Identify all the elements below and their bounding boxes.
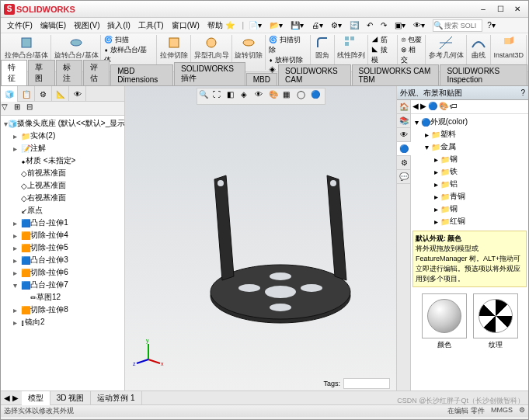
rp-help-icon[interactable]: ? (520, 89, 525, 97)
vp-section-icon[interactable]: ◧ (227, 90, 239, 102)
tree-item[interactable]: ⬥ 材质 <未指定> (2, 154, 123, 167)
swatch-color[interactable]: 颜色 (422, 293, 467, 350)
minimize-button[interactable]: – (475, 4, 491, 15)
tb-display-icon[interactable]: 👁▾ (410, 19, 428, 31)
vp-fit-icon[interactable]: ⛶ (213, 90, 225, 102)
menu-window[interactable]: 窗口(W) (169, 19, 203, 33)
tab-inspection[interactable]: SOLIDWORKS Inspection (440, 64, 527, 85)
fm-collapse-icon[interactable]: ⊟ (26, 102, 37, 113)
fm-tab-property-icon[interactable]: 📋 (18, 86, 35, 102)
rp-tree-item[interactable]: ▸ 📁 青铜 (414, 190, 525, 203)
vp-edge-icon[interactable]: ▦ (283, 90, 295, 102)
vp-display-icon[interactable]: 👁 (255, 90, 267, 102)
ribbon-sweep[interactable]: 🌀 扫描 (104, 35, 129, 45)
tb-print-icon[interactable]: 🖨▾ (308, 19, 326, 31)
search-input[interactable] (443, 22, 482, 30)
rp-decal-icon[interactable]: 🏷 (450, 102, 458, 112)
ribbon-cut-sweep[interactable]: 🌀 扫描切除 (269, 35, 307, 55)
tab-mbd[interactable]: MBD (246, 73, 277, 85)
rp-tree-item[interactable]: ▸ 📁 铁 (414, 165, 525, 178)
fm-tab-display-icon[interactable]: 👁 (69, 86, 86, 102)
menu-help[interactable]: 帮助 ⭐ (204, 19, 238, 33)
ribbon-draft[interactable]: ◣ 拔模 (371, 45, 394, 65)
rp-back-icon[interactable]: ◀ (412, 102, 419, 112)
fm-tab-tree-icon[interactable]: 🧊 (1, 86, 18, 102)
rp-scene-icon[interactable]: 🎨 (439, 102, 448, 112)
rp-tab-lib-icon[interactable]: 📚 (397, 114, 411, 128)
rp-tree-item[interactable]: ▸ 📁 钢 (414, 153, 525, 165)
tab-sketch[interactable]: 草图 (28, 60, 54, 85)
orientation-triad[interactable]: x y z (133, 336, 164, 367)
fm-tab-dim-icon[interactable]: 📐 (52, 86, 69, 102)
tree-item[interactable]: ▸🟦 凸台-拉伸1 (2, 217, 123, 229)
tree-item[interactable]: ◇ 右视基准面 (2, 192, 123, 204)
status-gear-icon[interactable]: ⚙ (519, 406, 525, 416)
tab-mbd-dim[interactable]: MBD Dimensions (110, 64, 173, 85)
btab-model[interactable]: 模型 (22, 391, 50, 405)
close-button[interactable]: ✕ (510, 4, 525, 15)
tree-item[interactable]: ▸🟧 切除-拉伸6 (2, 266, 123, 279)
vp-hide-icon[interactable]: ◯ (297, 90, 309, 102)
rp-tab-custom-icon[interactable]: ⚙ (397, 156, 411, 170)
rp-fwd-icon[interactable]: ▶ (420, 102, 426, 112)
tree-item[interactable]: ✏ 草图12 (2, 291, 123, 304)
tab-swcam-tbm[interactable]: SOLIDWORKS CAM TBM (352, 64, 440, 85)
tab-evaluate[interactable]: 评估 (83, 60, 110, 85)
btab-nav-icon[interactable]: ◀ ▶ (1, 394, 22, 402)
menu-file[interactable]: 文件(F) (4, 19, 36, 33)
vp-view-icon[interactable]: ◈ (241, 90, 253, 102)
tree-item[interactable]: ▸🟧 切除-拉伸8 (2, 304, 123, 316)
rp-tab-appearance-icon[interactable]: 🔵 (397, 142, 411, 156)
fm-tab-config-icon[interactable]: ⚙ (35, 86, 52, 102)
tree-root[interactable]: ▾🧊 摄像头底座 (默认<<默认>_显示状态 (2, 117, 123, 130)
3d-viewport[interactable]: 🔍 ⛶ ◧ ◈ 👁 🎨 ▦ ◯ 🔵 x y z (125, 86, 396, 390)
rp-tab-forum-icon[interactable]: 💬 (397, 170, 411, 184)
ribbon-loft[interactable]: ⬧ 放样凸台/基体 (104, 45, 154, 65)
ribbon-wrap[interactable]: ⊙ 包覆 (401, 35, 423, 45)
tab-annotate[interactable]: 标注 (56, 60, 82, 85)
vp-zoom-icon[interactable]: 🔍 (199, 90, 211, 102)
tab-features[interactable]: 特征 (1, 60, 27, 85)
btab-3dview[interactable]: 3D 视图 (50, 391, 92, 405)
tree-item[interactable]: ▸🟦 凸台-拉伸3 (2, 254, 123, 266)
tree-item[interactable]: ▸📁 实体(2) (2, 130, 123, 142)
tree-item[interactable]: ▾🟦 凸台-拉伸7 (2, 279, 123, 291)
tb-open-icon[interactable]: 📂▾ (266, 19, 286, 31)
tree-item[interactable]: ▸🟧 切除-拉伸5 (2, 241, 123, 254)
status-units[interactable]: MMGS (491, 406, 513, 416)
tb-rebuild-icon[interactable]: 🔄 (346, 19, 362, 31)
rp-tab-home-icon[interactable]: 🏠 (397, 100, 411, 114)
tb-redo-icon[interactable]: ↷ (378, 19, 390, 31)
fm-filter-icon[interactable]: ▽ (2, 102, 12, 113)
tb-new-icon[interactable]: 📄▾ (245, 19, 265, 31)
rp-tree-root[interactable]: ▾ 🔵 外观(color) (414, 116, 525, 128)
tags-input[interactable] (343, 378, 390, 389)
menu-insert[interactable]: 插入(I) (104, 19, 133, 33)
menu-view[interactable]: 视图(V) (71, 19, 103, 33)
btab-motion[interactable]: 运动算例 1 (91, 391, 141, 405)
search-box[interactable]: 🔍 (433, 19, 482, 32)
tab-addins[interactable]: SOLIDWORKS 插件 (174, 62, 245, 85)
tb-save-icon[interactable]: 💾▾ (287, 19, 307, 31)
rp-ball-icon[interactable]: 🔵 (428, 102, 437, 112)
rp-tree-item[interactable]: ▸ 📁 铜 (414, 203, 525, 215)
tree-item[interactable]: ▸📝 注解 (2, 142, 123, 154)
maximize-button[interactable]: ☐ (492, 4, 508, 15)
tree-item[interactable]: ▸🟧 切除-拉伸4 (2, 229, 123, 241)
ribbon-rib[interactable]: ◢ 筋 (371, 35, 388, 45)
tab-swcam[interactable]: SOLIDWORKS CAM (278, 64, 351, 85)
rp-tree-item[interactable]: ▸ 📁 塑料 (414, 128, 525, 141)
rp-tab-view-icon[interactable]: 👁 (397, 128, 411, 142)
tb-help-icon[interactable]: ?▾ (484, 19, 499, 31)
vp-scene-icon[interactable]: 🎨 (269, 90, 281, 102)
tb-select-icon[interactable]: ▣▾ (392, 19, 409, 31)
tb-undo-icon[interactable]: ↶ (364, 19, 376, 31)
tb-options-icon[interactable]: ⚙▾ (328, 19, 345, 31)
rp-tree-item[interactable]: ▾ 📁 金属 (414, 141, 525, 153)
tree-item[interactable]: ◇ 前视基准面 (2, 167, 123, 179)
tree-item[interactable]: ▸⫿ 镜向2 (2, 316, 123, 328)
rp-tree-item[interactable]: ▸ 📁 红铜 (414, 215, 525, 227)
menu-edit[interactable]: 编辑(E) (37, 19, 69, 33)
ribbon-intersect[interactable]: ⊗ 相交 (401, 45, 423, 65)
vp-appear-icon[interactable]: 🔵 (311, 90, 323, 102)
